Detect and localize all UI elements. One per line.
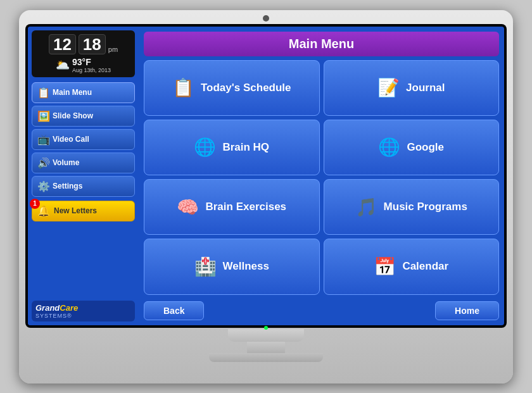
- calendar-icon: 📅: [374, 256, 396, 277]
- journal-button[interactable]: 📝 Journal: [324, 60, 500, 116]
- new-letters-label: New Letters: [54, 206, 97, 215]
- main-menu-icon: 📋: [37, 87, 49, 99]
- green-indicator: [264, 326, 268, 330]
- sidebar-item-video-call[interactable]: 📺 Video Call: [32, 129, 135, 150]
- logo-grand: Grand: [35, 303, 60, 313]
- video-call-icon: 📺: [37, 134, 49, 146]
- sidebar-item-main-menu[interactable]: 📋 Main Menu: [32, 82, 135, 103]
- brain-exercises-button[interactable]: 🧠 Brain Exercises: [144, 179, 320, 235]
- menu-grid: 📋 Today's Schedule 📝 Journal 🌐 Brain HQ …: [144, 60, 499, 295]
- screen: 12 18 pm 🌥️ 93°F Aug 13th, 2013 📋: [28, 27, 504, 325]
- monitor: 12 18 pm 🌥️ 93°F Aug 13th, 2013 📋: [19, 10, 513, 384]
- logo-text: GrandCare: [35, 303, 131, 313]
- bell-icon: 🔔: [37, 205, 50, 217]
- clock-widget: 12 18 pm 🌥️ 93°F Aug 13th, 2013: [32, 30, 135, 77]
- calendar-label: Calendar: [402, 260, 448, 273]
- sidebar-item-volume[interactable]: 🔊 Volume: [32, 153, 135, 173]
- sidebar: 12 18 pm 🌥️ 93°F Aug 13th, 2013 📋: [28, 27, 139, 325]
- calendar-button[interactable]: 📅 Calendar: [324, 239, 500, 294]
- screen-frame: 12 18 pm 🌥️ 93°F Aug 13th, 2013 📋: [25, 24, 507, 328]
- brain-hq-button[interactable]: 🌐 Brain HQ: [144, 120, 320, 175]
- main-menu-header: Main Menu: [144, 32, 499, 56]
- sidebar-item-label: Main Menu: [53, 88, 92, 97]
- weather-widget: 🌥️ 93°F Aug 13th, 2013: [56, 57, 111, 73]
- main-content: Main Menu 📋 Today's Schedule 📝 Journal 🌐: [139, 27, 504, 325]
- sidebar-item-label: Slide Show: [53, 111, 93, 120]
- sidebar-item-label: Settings: [53, 182, 82, 190]
- google-icon: 🌐: [378, 137, 400, 158]
- music-programs-button[interactable]: 🎵 Music Programs: [324, 179, 500, 235]
- new-letters-button[interactable]: 1 🔔 New Letters: [32, 201, 135, 221]
- todays-schedule-button[interactable]: 📋 Today's Schedule: [144, 60, 320, 116]
- journal-label: Journal: [406, 82, 445, 94]
- date: Aug 13th, 2013: [72, 67, 111, 73]
- brain-exercises-label: Brain Exercises: [205, 201, 286, 213]
- new-letters-badge: 1: [30, 199, 40, 209]
- journal-icon: 📝: [377, 77, 400, 98]
- wellness-icon: 🏥: [194, 256, 217, 277]
- volume-icon: 🔊: [37, 157, 49, 169]
- home-button[interactable]: Home: [435, 301, 499, 320]
- google-button[interactable]: 🌐 Google: [324, 120, 500, 175]
- schedule-label: Today's Schedule: [201, 82, 291, 94]
- weather-info: 93°F Aug 13th, 2013: [72, 57, 111, 73]
- main-menu-title: Main Menu: [289, 37, 354, 51]
- sidebar-item-slide-show[interactable]: 🖼️ Slide Show: [32, 106, 135, 127]
- wellness-button[interactable]: 🏥 Wellness: [144, 239, 320, 294]
- sidebar-item-label: Video Call: [53, 135, 89, 144]
- bottom-bar: Back Home: [144, 299, 499, 320]
- temperature: 93°F: [72, 57, 111, 67]
- monitor-stand-neck: [247, 342, 285, 353]
- sidebar-item-settings[interactable]: ⚙️ Settings: [32, 176, 135, 197]
- wellness-label: Wellness: [223, 260, 269, 273]
- schedule-icon: 📋: [172, 77, 194, 98]
- brain-hq-icon: 🌐: [194, 137, 216, 158]
- music-programs-label: Music Programs: [384, 201, 467, 213]
- slide-show-icon: 🖼️: [37, 110, 49, 122]
- logo-systems: SYSTEMS®: [35, 313, 131, 319]
- clock-ampm: pm: [108, 46, 118, 53]
- grandcare-logo: GrandCare SYSTEMS®: [32, 301, 135, 321]
- monitor-stand-top: [228, 329, 304, 342]
- camera: [263, 15, 269, 22]
- brain-hq-label: Brain HQ: [222, 141, 269, 154]
- brain-exercises-icon: 🧠: [177, 197, 199, 218]
- google-label: Google: [407, 141, 444, 154]
- music-programs-icon: 🎵: [355, 197, 377, 218]
- settings-icon: ⚙️: [37, 180, 49, 192]
- sidebar-item-label: Volume: [53, 158, 79, 167]
- clock-minute: 18: [79, 34, 106, 54]
- back-button[interactable]: Back: [144, 301, 204, 320]
- weather-icon: 🌥️: [56, 58, 70, 72]
- clock-time: 12 18 pm: [49, 34, 118, 54]
- clock-hour: 12: [49, 34, 76, 54]
- logo-care: Care: [60, 303, 78, 313]
- monitor-stand-base: [209, 353, 323, 362]
